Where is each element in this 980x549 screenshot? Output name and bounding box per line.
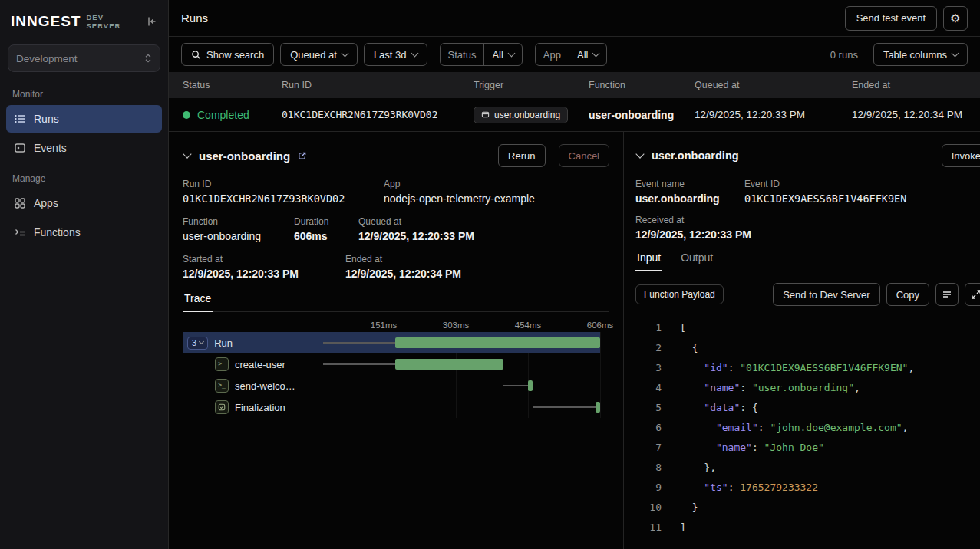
chevron-down-icon xyxy=(507,49,515,57)
ended-at-cell: 12/9/2025, 12:20:34 PM xyxy=(852,109,980,120)
sidebar-collapse-button[interactable] xyxy=(145,15,157,28)
dev-server-badge: DEV SERVER xyxy=(86,13,140,30)
run-collapse-toggle[interactable] xyxy=(183,153,192,159)
event-name-field: Event name user.onboarding xyxy=(635,179,744,205)
trace-expand-toggle[interactable]: 3 xyxy=(187,337,208,350)
function-link[interactable]: user-onboarding xyxy=(183,230,294,242)
app-filter-dropdown[interactable]: All xyxy=(569,44,606,65)
sidebar-item-apps[interactable]: Apps xyxy=(6,189,162,217)
main-area: Runs Send test event ⚙ Show search xyxy=(169,0,980,549)
trace-row-send-welcome[interactable]: >_ send-welco… xyxy=(183,375,600,396)
received-at-value: 12/9/2025, 12:20:33 PM xyxy=(635,228,751,241)
event-collapse-toggle[interactable] xyxy=(635,153,645,159)
sidebar-header: INNGEST DEV SERVER xyxy=(0,0,168,43)
run-id-field-value: 01KC1DEXCHR2N617Z93RK0VD02 xyxy=(183,192,384,205)
code-line: 7 "name": "John Doe" xyxy=(635,438,980,458)
wrap-lines-button[interactable] xyxy=(935,283,959,306)
status-filter-dropdown[interactable]: All xyxy=(484,44,521,65)
run-details-panel: user-onboarding Rerun Cancel xyxy=(169,132,624,549)
send-to-dev-server-label: Send to Dev Server xyxy=(783,289,869,301)
expand-icon xyxy=(971,289,980,300)
code-line: 11] xyxy=(635,518,980,537)
event-details-panel: user.onboarding Invoke Event name user.o… xyxy=(624,132,980,549)
app-link[interactable]: nodejs-open-telemetry-example xyxy=(384,192,535,205)
search-icon xyxy=(191,50,201,60)
expand-payload-button[interactable] xyxy=(965,283,980,306)
external-link-icon[interactable] xyxy=(297,151,307,161)
trace-row-run[interactable]: 3 Run xyxy=(183,332,600,353)
code-line: 1[ xyxy=(635,318,980,338)
tab-output[interactable]: Output xyxy=(679,251,714,271)
axis-tick: 606ms xyxy=(587,321,614,330)
sidebar-item-runs[interactable]: Runs xyxy=(6,105,162,133)
duration-field-label: Duration xyxy=(294,216,358,227)
app-filter-label: App xyxy=(536,44,569,65)
column-header-trigger: Trigger xyxy=(474,80,589,90)
sidebar-item-label: Apps xyxy=(34,197,58,209)
rerun-button[interactable]: Rerun xyxy=(498,144,545,167)
trace-row-create-user[interactable]: >_ create-user xyxy=(183,353,600,375)
app-filter-value: All xyxy=(577,49,588,61)
trace-row-finalization[interactable]: Finalization xyxy=(183,396,600,418)
function-payload-chip: Function Payload xyxy=(635,284,724,304)
trace-waterfall: 151ms 303ms 454ms 606ms xyxy=(183,315,600,418)
queued-at-cell: 12/9/2025, 12:20:33 PM xyxy=(695,109,852,120)
queued-at-field-value: 12/9/2025, 12:20:33 PM xyxy=(358,230,474,242)
queued-at-dropdown[interactable]: Queued at xyxy=(280,43,358,66)
runs-icon xyxy=(14,113,26,125)
axis-tick: 303ms xyxy=(443,321,470,330)
send-to-dev-server-button[interactable]: Send to Dev Server xyxy=(773,283,879,306)
cancel-button[interactable]: Cancel xyxy=(559,144,609,167)
payload-toolbar: Function Payload Send to Dev Server Copy xyxy=(635,283,980,306)
status-filter-group: Status All xyxy=(440,43,523,66)
tab-trace[interactable]: Trace xyxy=(183,292,213,311)
trace-row-label: create-user xyxy=(235,359,285,370)
sidebar-section-manage: Manage xyxy=(12,173,156,184)
tab-input[interactable]: Input xyxy=(635,251,662,271)
trigger-type-icon xyxy=(481,110,490,119)
event-id-value: 01KC1DEX9AESS6BF1V46FFK9EN xyxy=(744,192,906,205)
table-row[interactable]: Completed 01KC1DEXCHR2N617Z93RK0VD02 use… xyxy=(169,98,980,132)
show-search-button[interactable]: Show search xyxy=(181,43,274,66)
code-line: 2 { xyxy=(635,338,980,358)
finalization-check-icon xyxy=(215,400,229,414)
queued-at-field: Queued at 12/9/2025, 12:20:33 PM xyxy=(358,216,474,242)
ended-at-field-label: Ended at xyxy=(345,254,461,265)
run-status-cell: Completed xyxy=(183,109,282,121)
axis-tick: 151ms xyxy=(371,321,398,330)
filter-bar: Show search Queued at Last 3d Status All… xyxy=(169,37,980,72)
started-at-field-value: 12/9/2025, 12:20:33 PM xyxy=(183,268,345,280)
function-field: Function user-onboarding xyxy=(183,216,294,242)
top-bar: Runs Send test event ⚙ xyxy=(169,0,980,37)
column-header-status: Status xyxy=(183,80,282,90)
send-test-event-label: Send test event xyxy=(856,12,926,24)
app-field-label: App xyxy=(384,179,535,189)
app-root: INNGEST DEV SERVER Development Monitor xyxy=(0,0,980,549)
time-range-dropdown[interactable]: Last 3d xyxy=(364,43,427,66)
settings-button[interactable]: ⚙ xyxy=(943,6,968,31)
sidebar-item-functions[interactable]: Functions xyxy=(6,219,162,246)
sidebar-section-monitor: Monitor xyxy=(12,89,156,100)
table-columns-dropdown[interactable]: Table columns xyxy=(873,43,968,66)
trace-step-count: 3 xyxy=(192,338,196,347)
trace-time-axis: 151ms 303ms 454ms 606ms xyxy=(183,315,600,332)
chevron-down-icon xyxy=(952,49,959,57)
trigger-badge-label: user.onboarding xyxy=(494,110,560,120)
copy-button[interactable]: Copy xyxy=(886,283,929,306)
environment-select[interactable]: Development xyxy=(8,44,160,72)
select-chevrons-icon xyxy=(144,53,152,64)
send-test-event-button[interactable]: Send test event xyxy=(845,6,937,31)
sidebar-item-events[interactable]: Events xyxy=(6,134,162,162)
chevron-down-icon xyxy=(592,49,600,57)
started-at-field-label: Started at xyxy=(183,254,345,265)
status-label: Completed xyxy=(197,109,249,121)
code-line: 9 "ts": 1765279233322 xyxy=(635,478,980,498)
invoke-button[interactable]: Invoke xyxy=(942,144,980,167)
started-at-field: Started at 12/9/2025, 12:20:33 PM xyxy=(183,254,345,280)
event-name-value: user.onboarding xyxy=(635,192,744,205)
sidebar-item-label: Runs xyxy=(34,113,59,125)
rerun-label: Rerun xyxy=(508,150,535,162)
chevron-down-icon xyxy=(411,49,418,57)
event-name-label: Event name xyxy=(635,179,744,189)
function-field-label: Function xyxy=(183,216,294,227)
